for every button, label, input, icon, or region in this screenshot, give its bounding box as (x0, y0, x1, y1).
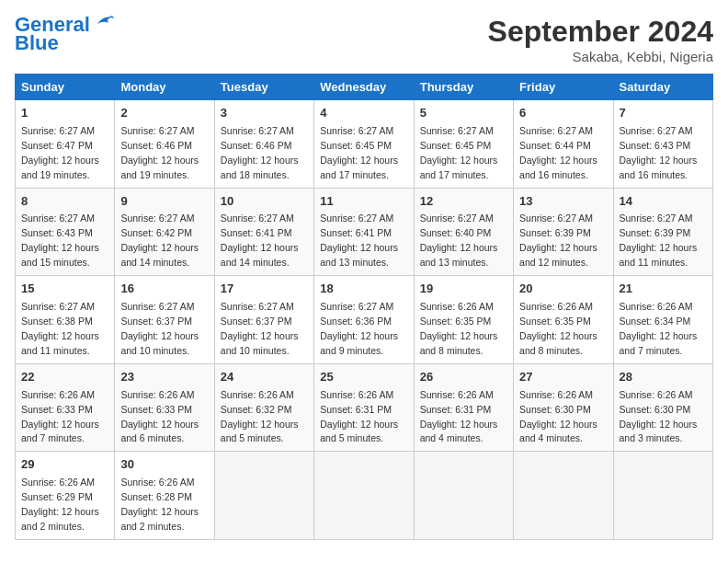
calendar-cell: 17 Sunrise: 6:27 AMSunset: 6:37 PMDaylig… (214, 276, 313, 364)
weekday-header-wednesday: Wednesday (314, 75, 414, 100)
day-info: Sunrise: 6:26 AMSunset: 6:35 PMDaylight:… (420, 301, 498, 356)
day-info: Sunrise: 6:27 AMSunset: 6:42 PMDaylight:… (120, 213, 199, 268)
day-number: 17 (221, 281, 308, 298)
day-number: 6 (519, 105, 607, 122)
day-info: Sunrise: 6:27 AMSunset: 6:46 PMDaylight:… (221, 125, 299, 180)
day-info: Sunrise: 6:27 AMSunset: 6:45 PMDaylight:… (320, 125, 398, 180)
weekday-header-monday: Monday (115, 75, 214, 100)
calendar-week-row: 29 Sunrise: 6:26 AMSunset: 6:29 PMDaylig… (16, 452, 713, 540)
calendar-cell: 16 Sunrise: 6:27 AMSunset: 6:37 PMDaylig… (115, 276, 214, 364)
calendar-cell: 21 Sunrise: 6:26 AMSunset: 6:34 PMDaylig… (613, 276, 712, 364)
calendar-cell: 28 Sunrise: 6:26 AMSunset: 6:30 PMDaylig… (613, 363, 712, 452)
calendar-cell: 2 Sunrise: 6:27 AMSunset: 6:46 PMDayligh… (115, 100, 214, 189)
day-number: 18 (320, 281, 407, 298)
calendar-cell: 4 Sunrise: 6:27 AMSunset: 6:45 PMDayligh… (314, 100, 414, 189)
calendar-cell: 12 Sunrise: 6:27 AMSunset: 6:40 PMDaylig… (414, 188, 513, 276)
calendar-cell: 20 Sunrise: 6:26 AMSunset: 6:35 PMDaylig… (514, 276, 613, 364)
calendar-cell: 19 Sunrise: 6:26 AMSunset: 6:35 PMDaylig… (414, 276, 513, 364)
calendar-cell (314, 452, 414, 540)
day-number: 22 (21, 369, 108, 386)
logo: General Blue (15, 15, 114, 55)
calendar-table: SundayMondayTuesdayWednesdayThursdayFrid… (15, 74, 713, 540)
calendar-cell (613, 452, 712, 540)
day-number: 28 (620, 369, 707, 386)
day-number: 1 (21, 105, 108, 122)
day-number: 19 (420, 281, 507, 298)
calendar-cell (414, 452, 513, 540)
calendar-cell: 26 Sunrise: 6:26 AMSunset: 6:31 PMDaylig… (414, 363, 513, 452)
calendar-cell: 30 Sunrise: 6:26 AMSunset: 6:28 PMDaylig… (115, 452, 214, 540)
day-number: 8 (21, 193, 108, 211)
day-info: Sunrise: 6:26 AMSunset: 6:28 PMDaylight:… (120, 477, 199, 532)
page-header: General Blue September 2024 Sakaba, Kebb… (15, 15, 713, 64)
calendar-cell: 18 Sunrise: 6:27 AMSunset: 6:36 PMDaylig… (314, 276, 414, 364)
logo-bird-icon (92, 13, 114, 29)
day-info: Sunrise: 6:27 AMSunset: 6:43 PMDaylight:… (620, 125, 698, 180)
day-info: Sunrise: 6:26 AMSunset: 6:33 PMDaylight:… (21, 389, 99, 444)
calendar-cell: 29 Sunrise: 6:26 AMSunset: 6:29 PMDaylig… (16, 452, 115, 540)
day-number: 23 (120, 369, 208, 386)
month-title: September 2024 (488, 15, 713, 49)
day-number: 10 (221, 193, 308, 211)
day-info: Sunrise: 6:26 AMSunset: 6:34 PMDaylight:… (620, 301, 698, 356)
calendar-cell: 22 Sunrise: 6:26 AMSunset: 6:33 PMDaylig… (16, 363, 115, 452)
calendar-cell: 14 Sunrise: 6:27 AMSunset: 6:39 PMDaylig… (613, 188, 712, 276)
day-info: Sunrise: 6:27 AMSunset: 6:38 PMDaylight:… (21, 301, 99, 356)
day-number: 15 (21, 281, 108, 298)
calendar-cell: 1 Sunrise: 6:27 AMSunset: 6:47 PMDayligh… (16, 100, 115, 189)
calendar-week-row: 8 Sunrise: 6:27 AMSunset: 6:43 PMDayligh… (16, 188, 713, 276)
day-info: Sunrise: 6:27 AMSunset: 6:39 PMDaylight:… (620, 213, 698, 268)
day-number: 29 (21, 456, 108, 474)
day-info: Sunrise: 6:26 AMSunset: 6:30 PMDaylight:… (519, 389, 597, 444)
calendar-cell: 15 Sunrise: 6:27 AMSunset: 6:38 PMDaylig… (16, 276, 115, 364)
day-info: Sunrise: 6:26 AMSunset: 6:32 PMDaylight:… (221, 389, 299, 444)
day-info: Sunrise: 6:26 AMSunset: 6:31 PMDaylight:… (420, 389, 498, 444)
calendar-cell: 11 Sunrise: 6:27 AMSunset: 6:41 PMDaylig… (314, 188, 414, 276)
day-info: Sunrise: 6:27 AMSunset: 6:43 PMDaylight:… (21, 213, 99, 268)
day-info: Sunrise: 6:26 AMSunset: 6:35 PMDaylight:… (519, 301, 597, 356)
day-info: Sunrise: 6:27 AMSunset: 6:47 PMDaylight:… (21, 125, 99, 180)
day-info: Sunrise: 6:27 AMSunset: 6:36 PMDaylight:… (320, 301, 398, 356)
calendar-cell: 9 Sunrise: 6:27 AMSunset: 6:42 PMDayligh… (115, 188, 214, 276)
day-info: Sunrise: 6:27 AMSunset: 6:40 PMDaylight:… (420, 213, 498, 268)
day-info: Sunrise: 6:27 AMSunset: 6:46 PMDaylight:… (120, 125, 199, 180)
day-number: 27 (519, 369, 607, 386)
day-info: Sunrise: 6:27 AMSunset: 6:37 PMDaylight:… (221, 301, 299, 356)
weekday-header-friday: Friday (514, 75, 613, 100)
day-info: Sunrise: 6:27 AMSunset: 6:44 PMDaylight:… (519, 125, 597, 180)
weekday-header-row: SundayMondayTuesdayWednesdayThursdayFrid… (16, 75, 713, 100)
calendar-cell: 23 Sunrise: 6:26 AMSunset: 6:33 PMDaylig… (115, 363, 214, 452)
day-number: 26 (420, 369, 507, 386)
day-number: 13 (519, 193, 607, 211)
calendar-week-row: 22 Sunrise: 6:26 AMSunset: 6:33 PMDaylig… (16, 363, 713, 452)
day-info: Sunrise: 6:27 AMSunset: 6:37 PMDaylight:… (120, 301, 199, 356)
day-number: 12 (420, 193, 507, 211)
location-subtitle: Sakaba, Kebbi, Nigeria (488, 49, 713, 64)
calendar-cell: 8 Sunrise: 6:27 AMSunset: 6:43 PMDayligh… (16, 188, 115, 276)
day-number: 14 (620, 193, 707, 211)
day-info: Sunrise: 6:27 AMSunset: 6:39 PMDaylight:… (519, 213, 597, 268)
day-number: 5 (420, 105, 507, 122)
calendar-cell: 24 Sunrise: 6:26 AMSunset: 6:32 PMDaylig… (214, 363, 313, 452)
day-info: Sunrise: 6:26 AMSunset: 6:30 PMDaylight:… (620, 389, 698, 444)
day-info: Sunrise: 6:26 AMSunset: 6:33 PMDaylight:… (120, 389, 199, 444)
calendar-cell: 3 Sunrise: 6:27 AMSunset: 6:46 PMDayligh… (214, 100, 313, 189)
day-info: Sunrise: 6:27 AMSunset: 6:41 PMDaylight:… (221, 213, 299, 268)
weekday-header-tuesday: Tuesday (214, 75, 313, 100)
day-number: 2 (120, 105, 208, 122)
day-info: Sunrise: 6:26 AMSunset: 6:29 PMDaylight:… (21, 477, 99, 532)
day-number: 16 (120, 281, 208, 298)
calendar-cell: 27 Sunrise: 6:26 AMSunset: 6:30 PMDaylig… (514, 363, 613, 452)
day-number: 21 (620, 281, 707, 298)
calendar-cell: 10 Sunrise: 6:27 AMSunset: 6:41 PMDaylig… (214, 188, 313, 276)
day-number: 9 (120, 193, 208, 211)
calendar-cell: 13 Sunrise: 6:27 AMSunset: 6:39 PMDaylig… (514, 188, 613, 276)
title-area: September 2024 Sakaba, Kebbi, Nigeria (488, 15, 713, 64)
day-number: 30 (120, 456, 208, 474)
calendar-week-row: 1 Sunrise: 6:27 AMSunset: 6:47 PMDayligh… (16, 100, 713, 189)
logo-blue: Blue (15, 31, 59, 55)
day-number: 11 (320, 193, 407, 211)
calendar-cell: 5 Sunrise: 6:27 AMSunset: 6:45 PMDayligh… (414, 100, 513, 189)
day-info: Sunrise: 6:27 AMSunset: 6:41 PMDaylight:… (320, 213, 398, 268)
calendar-cell (214, 452, 313, 540)
